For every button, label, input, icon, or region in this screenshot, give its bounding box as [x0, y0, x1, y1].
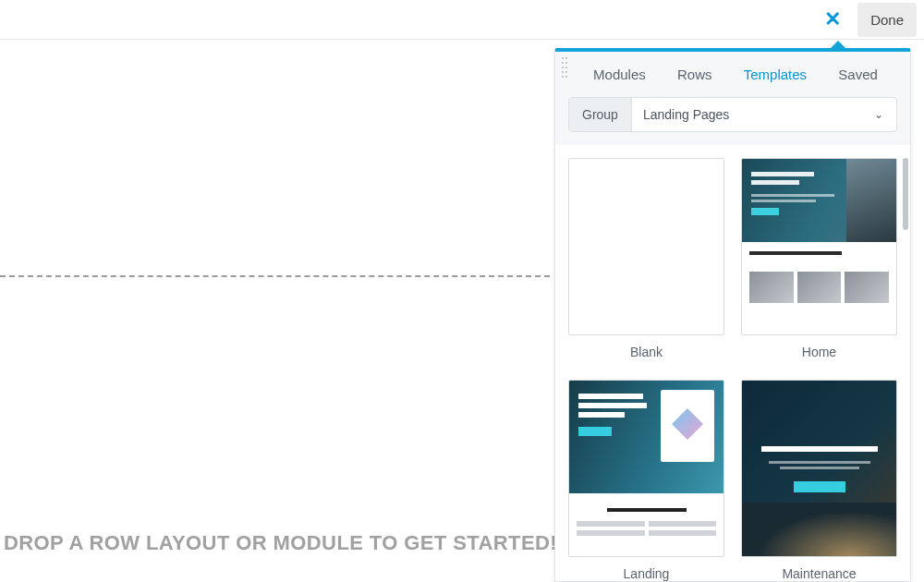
template-card-maintenance[interactable]: Maintenance — [741, 380, 897, 581]
scrollbar[interactable] — [903, 158, 908, 230]
panel-tabs: Modules Rows Templates Saved — [555, 52, 910, 97]
template-thumbnail[interactable] — [568, 380, 724, 557]
template-card-landing[interactable]: Landing — [568, 380, 724, 581]
close-icon[interactable]: ✕ — [817, 4, 848, 35]
group-label: Group — [569, 98, 632, 131]
content-panel: Modules Rows Templates Saved Group Landi… — [554, 48, 911, 582]
top-toolbar: ✕ Done — [0, 0, 924, 40]
group-selected-value: Landing Pages — [632, 107, 861, 122]
template-card-home[interactable]: Home — [741, 158, 897, 359]
template-name: Blank — [568, 345, 724, 359]
template-card-blank[interactable]: Blank — [568, 158, 724, 359]
templates-list[interactable]: Blank Home — [555, 145, 910, 581]
tab-saved[interactable]: Saved — [836, 63, 880, 86]
template-name: Home — [741, 345, 897, 359]
tab-rows[interactable]: Rows — [675, 63, 714, 86]
chevron-down-icon: ⌄ — [861, 108, 896, 121]
drag-handle-icon[interactable] — [562, 57, 564, 78]
template-name: Landing — [568, 566, 724, 581]
drop-hint-text: DROP A ROW LAYOUT OR MODULE TO GET START… — [4, 531, 557, 555]
drop-zone-divider — [0, 275, 550, 277]
template-thumbnail[interactable] — [741, 158, 897, 335]
template-thumbnail[interactable] — [568, 158, 724, 335]
template-name: Maintenance — [741, 566, 897, 581]
done-button[interactable]: Done — [857, 3, 917, 37]
template-thumbnail[interactable] — [741, 380, 897, 557]
group-select[interactable]: Group Landing Pages ⌄ — [568, 97, 897, 132]
tab-templates[interactable]: Templates — [742, 63, 808, 86]
group-filter-row: Group Landing Pages ⌄ — [555, 97, 910, 145]
tab-modules[interactable]: Modules — [591, 63, 648, 86]
